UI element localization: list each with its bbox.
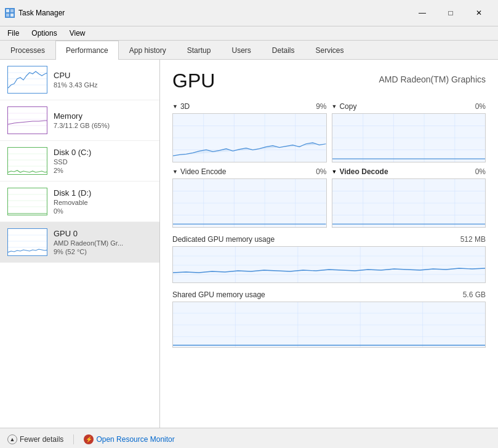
tab-app-history[interactable]: App history	[119, 41, 177, 60]
sidebar-item-cpu[interactable]: CPU 81% 3.43 GHz	[0, 60, 159, 100]
chevron-3d-icon: ▼	[172, 103, 178, 110]
tab-details[interactable]: Details	[262, 41, 305, 60]
cpu-title: CPU	[54, 71, 152, 80]
dedicated-value: 512 MB	[460, 235, 486, 244]
cpu-subtitle: 81% 3.43 GHz	[54, 81, 152, 89]
disk1-title: Disk 1 (D:)	[54, 188, 152, 198]
disk0-sub2: 2%	[54, 167, 152, 174]
dedicated-label: Dedicated GPU memory usage	[172, 235, 275, 244]
sidebar-item-disk0[interactable]: Disk 0 (C:) SSD 2%	[0, 141, 159, 182]
sidebar-item-memory[interactable]: Memory 7.3/11.2 GB (65%)	[0, 100, 159, 141]
detail-panel: GPU AMD Radeon(TM) Graphics ▼ 3D 9%	[160, 60, 498, 428]
gpu0-sub1: AMD Radeon(TM) Gr...	[54, 239, 152, 247]
chart-copy-box	[332, 113, 486, 162]
shared-value: 5.6 GB	[463, 290, 486, 299]
gpu0-sub2: 9% (52 °C)	[54, 248, 152, 255]
menu-options[interactable]: Options	[29, 28, 59, 39]
menu-file[interactable]: File	[5, 28, 22, 39]
chevron-vencode-icon: ▼	[172, 169, 178, 175]
chart-vencode-value: 0%	[316, 167, 326, 176]
shared-mem-section: Shared GPU memory usage 5.6 GB	[172, 290, 486, 348]
svg-rect-0	[6, 9, 9, 12]
menu-view[interactable]: View	[67, 28, 88, 39]
window-title: Task Manager	[18, 9, 65, 17]
chart-vencode-label: Video Encode	[180, 167, 227, 176]
sidebar: CPU 81% 3.43 GHz Memory 7.3/11.2 GB (65%…	[0, 60, 160, 428]
app-icon	[5, 8, 15, 18]
detail-title: GPU	[172, 70, 215, 92]
tab-performance[interactable]: Performance	[55, 41, 119, 60]
separator	[73, 434, 74, 444]
sidebar-item-gpu0[interactable]: GPU 0 AMD Radeon(TM) Gr... 9% (52 °C)	[0, 222, 159, 263]
memory-thumbnail	[7, 106, 47, 134]
disk0-sub1: SSD	[54, 158, 152, 166]
fewer-details-icon: ▲	[7, 434, 17, 444]
disk1-thumbnail	[7, 188, 47, 215]
open-resource-icon: ⚡	[84, 434, 94, 444]
gpu0-title: GPU 0	[54, 229, 152, 238]
shared-chart-box	[172, 302, 486, 348]
svg-rect-2	[6, 14, 9, 17]
chevron-copy-icon: ▼	[332, 103, 337, 110]
detail-subtitle: AMD Radeon(TM) Graphics	[379, 74, 486, 84]
fewer-details-button[interactable]: ▲ Fewer details	[7, 434, 63, 444]
chart-vdecode-value: 0%	[475, 167, 486, 176]
bottom-bar: ▲ Fewer details ⚡ Open Resource Monitor	[0, 428, 498, 448]
fewer-details-label: Fewer details	[20, 435, 63, 444]
chart-vdecode-box	[332, 178, 486, 228]
charts-grid: ▼ 3D 9%	[172, 102, 486, 228]
chart-video-encode: ▼ Video Encode 0%	[172, 167, 327, 228]
chevron-vdecode-icon: ▼	[332, 169, 337, 175]
disk1-sub2: 0%	[54, 207, 152, 215]
detail-header: GPU AMD Radeon(TM) Graphics	[172, 70, 486, 92]
main-content: CPU 81% 3.43 GHz Memory 7.3/11.2 GB (65%…	[0, 60, 498, 428]
chart-copy-label: Copy	[339, 102, 356, 111]
cpu-thumbnail	[7, 66, 47, 94]
svg-rect-1	[10, 9, 14, 12]
close-button[interactable]: ✕	[465, 4, 493, 22]
title-bar-controls: — □ ✕	[408, 4, 493, 22]
shared-label: Shared GPU memory usage	[172, 290, 265, 299]
open-resource-button[interactable]: ⚡ Open Resource Monitor	[84, 434, 174, 444]
chart-3d-label: 3D	[180, 102, 190, 111]
chart-vencode-box	[172, 178, 327, 228]
open-resource-label: Open Resource Monitor	[96, 435, 174, 444]
tab-users[interactable]: Users	[221, 41, 261, 60]
chart-vdecode-label: Video Decode	[339, 167, 388, 176]
tab-services[interactable]: Services	[305, 41, 355, 60]
tab-startup[interactable]: Startup	[177, 41, 222, 60]
chart-3d-value: 9%	[316, 102, 326, 111]
disk0-title: Disk 0 (C:)	[54, 148, 152, 157]
title-bar-left: Task Manager	[5, 8, 65, 18]
tab-bar: Processes Performance App history Startu…	[0, 41, 498, 60]
sidebar-item-disk1[interactable]: Disk 1 (D:) Removable 0%	[0, 182, 159, 222]
memory-subtitle: 7.3/11.2 GB (65%)	[54, 122, 152, 129]
dedicated-mem-section: Dedicated GPU memory usage 512 MB	[172, 235, 486, 283]
chart-copy: ▼ Copy 0%	[332, 102, 486, 162]
disk1-sub1: Removable	[54, 199, 152, 206]
title-bar: Task Manager — □ ✕	[0, 0, 498, 26]
memory-title: Memory	[54, 111, 152, 121]
minimize-button[interactable]: —	[408, 4, 436, 22]
maximize-button[interactable]: □	[436, 4, 465, 22]
svg-rect-3	[10, 14, 14, 17]
menu-bar: File Options View	[0, 26, 498, 41]
chart-copy-value: 0%	[475, 102, 486, 111]
disk0-thumbnail	[7, 147, 47, 175]
chart-3d-box	[172, 113, 327, 162]
dedicated-chart-box	[172, 246, 486, 283]
tab-processes[interactable]: Processes	[0, 41, 55, 60]
gpu0-thumbnail	[7, 228, 47, 256]
chart-video-decode: ▼ Video Decode 0%	[332, 167, 486, 228]
chart-3d: ▼ 3D 9%	[172, 102, 327, 162]
